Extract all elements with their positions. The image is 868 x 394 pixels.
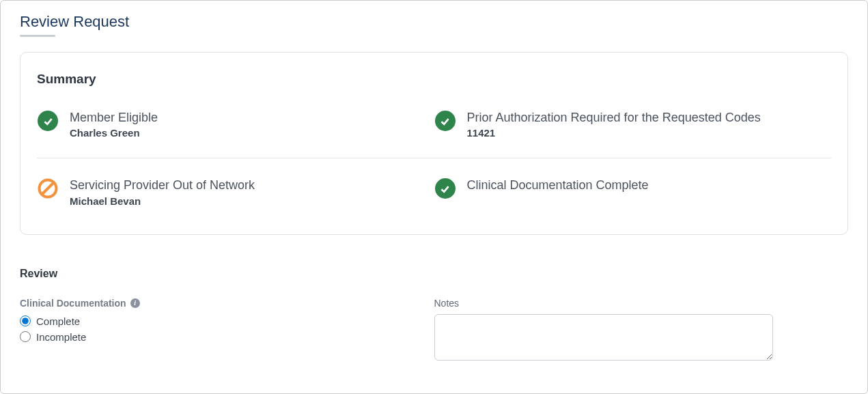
clinical-doc-label: Clinical Documentation	[20, 298, 126, 309]
summary-item-subtitle: Charles Green	[70, 127, 158, 139]
summary-item-title: Clinical Documentation Complete	[467, 178, 649, 193]
summary-item-subtitle: 11421	[467, 127, 761, 139]
info-icon[interactable]: i	[130, 298, 140, 308]
summary-item-title: Servicing Provider Out of Network	[70, 178, 255, 193]
clinical-doc-fieldset: Clinical Documentation i Complete Incomp…	[20, 298, 434, 347]
summary-item-clinical-doc: Clinical Documentation Complete	[434, 178, 832, 206]
page-title: Review Request	[20, 13, 129, 35]
summary-item-member-eligible: Member Eligible Charles Green	[37, 110, 434, 139]
notes-input[interactable]	[434, 314, 773, 361]
summary-item-title: Prior Authorization Required for the Req…	[467, 110, 761, 126]
blocked-icon	[37, 178, 59, 199]
check-circle-icon	[37, 110, 59, 132]
notes-label: Notes	[434, 298, 849, 309]
check-circle-icon	[434, 178, 456, 199]
summary-item-title: Member Eligible	[70, 110, 158, 126]
row-divider	[37, 158, 831, 158]
summary-card: Summary Member Eligible Charles Green	[20, 52, 848, 235]
summary-item-prior-auth: Prior Authorization Required for the Req…	[434, 110, 832, 139]
notes-fieldset: Notes	[434, 298, 849, 363]
radio-complete-label[interactable]: Complete	[36, 315, 80, 327]
radio-complete[interactable]	[20, 315, 31, 326]
radio-incomplete-label[interactable]: Incomplete	[36, 331, 86, 343]
summary-item-subtitle: Michael Bevan	[70, 195, 255, 207]
review-section: Review Clinical Documentation i Complete…	[20, 268, 848, 363]
review-grid: Clinical Documentation i Complete Incomp…	[20, 298, 848, 363]
summary-heading: Summary	[37, 72, 831, 87]
title-underline	[20, 35, 55, 37]
summary-item-servicing-provider: Servicing Provider Out of Network Michae…	[37, 178, 434, 206]
check-circle-icon	[434, 110, 456, 132]
review-heading: Review	[20, 268, 848, 280]
summary-grid: Member Eligible Charles Green Prior Auth…	[37, 110, 831, 207]
svg-line-1	[42, 183, 53, 194]
radio-incomplete[interactable]	[20, 331, 31, 342]
